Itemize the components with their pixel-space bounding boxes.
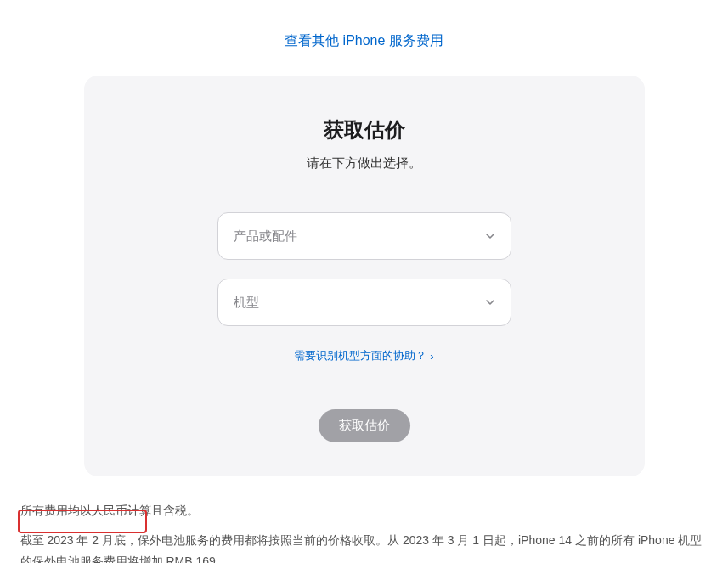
estimate-card: 获取估价 请在下方做出选择。 产品或配件 机型 需要识别机型方面的协助？ › 获…	[84, 76, 645, 476]
chevron-down-icon	[485, 297, 495, 307]
product-accessory-select[interactable]: 产品或配件	[217, 212, 511, 260]
footer-line-1: 所有费用均以人民币计算且含税。	[20, 500, 708, 521]
get-estimate-button[interactable]: 获取估价	[319, 409, 410, 442]
view-other-services-link[interactable]: 查看其他 iPhone 服务费用	[285, 33, 443, 48]
footer-notes: 所有费用均以人民币计算且含税。 截至 2023 年 2 月底，保外电池服务的费用…	[12, 476, 717, 563]
chevron-right-icon: ›	[430, 350, 433, 363]
identify-model-help-link[interactable]: 需要识别机型方面的协助？ ›	[294, 348, 433, 363]
model-select[interactable]: 机型	[217, 279, 511, 326]
help-link-text: 需要识别机型方面的协助？	[294, 348, 426, 363]
card-title: 获取估价	[118, 116, 611, 144]
chevron-down-icon	[485, 231, 495, 241]
footer-line-2: 截至 2023 年 2 月底，保外电池服务的费用都将按照当前的价格收取。从 20…	[20, 530, 708, 563]
product-select-placeholder: 产品或配件	[234, 228, 297, 245]
model-select-placeholder: 机型	[234, 295, 259, 311]
card-subtitle: 请在下方做出选择。	[118, 155, 611, 172]
